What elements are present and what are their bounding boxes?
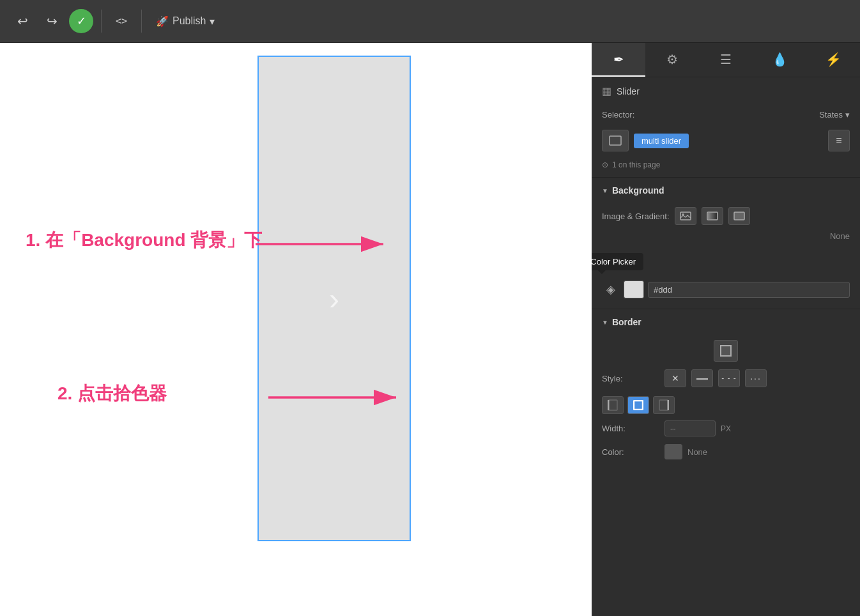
svg-rect-7 (734, 212, 744, 220)
publish-chevron-icon: ▾ (210, 15, 215, 27)
check-button[interactable]: ✓ (69, 9, 93, 33)
border-style-solid[interactable]: — (691, 369, 713, 387)
canvas-area: 1. 在「Background 背景」下 2. 点击拾色器 (0, 43, 592, 616)
border-sides-row (592, 392, 860, 418)
border-section: ▼ Border Style: ✕ (592, 309, 860, 470)
svg-rect-9 (608, 400, 617, 410)
slide-arrow-icon: › (329, 281, 339, 316)
border-collapse-triangle-icon: ▼ (602, 319, 608, 326)
border-left-button[interactable] (602, 396, 624, 414)
states-label: States (819, 110, 843, 119)
undo-button[interactable]: ↩ (10, 9, 35, 33)
svg-rect-6 (708, 213, 717, 219)
svg-rect-8 (721, 346, 731, 356)
border-color-row: Color: None (592, 439, 860, 470)
arrow-2 (262, 385, 390, 413)
instances-row: ⊙ 1 on this page (592, 157, 860, 178)
color-input[interactable] (648, 282, 850, 298)
layout-tab-icon: ☰ (720, 52, 732, 67)
divider-2 (141, 10, 142, 33)
border-style-none[interactable]: ✕ (664, 369, 686, 387)
border-width-row: Width: PX (592, 418, 860, 439)
svg-rect-2 (610, 136, 621, 145)
border-style-row: Style: ✕ — - - - ··· (592, 364, 860, 392)
element-icon-button[interactable] (602, 130, 629, 151)
border-width-input[interactable] (664, 420, 716, 436)
background-label: Background (612, 185, 664, 196)
style-label: Style: (602, 374, 659, 383)
border-style-dashed[interactable]: - - - (718, 369, 740, 387)
image-gradient-row: Image & Gradient: (592, 203, 860, 229)
border-label: Border (612, 317, 641, 327)
border-color-none: None (687, 447, 707, 457)
interactions-tab-icon: ⚡ (825, 52, 841, 67)
instances-count: 1 on this page (612, 160, 660, 169)
selector-chip[interactable]: multi slider (634, 134, 689, 148)
border-collapse[interactable]: ▼ Border (592, 309, 860, 335)
panel-content: ▦ Slider Selector: States ▾ multi slider (592, 77, 860, 616)
background-section: ▼ Background Image & Gradient: (592, 178, 860, 304)
gradient-button[interactable] (702, 207, 723, 225)
tab-effects[interactable]: 💧 (753, 43, 806, 77)
states-chevron-icon: ▾ (845, 110, 850, 119)
panel-tabs: ✒ ⚙ ☰ 💧 ⚡ (592, 43, 860, 77)
tab-settings[interactable]: ⚙ (645, 43, 699, 77)
color-swatch-button[interactable] (624, 281, 644, 298)
rocket-icon: 🚀 (156, 15, 169, 27)
tab-style[interactable]: ✒ (592, 43, 645, 77)
solid-button[interactable] (728, 207, 750, 225)
selector-list-button[interactable]: ≡ (828, 130, 850, 151)
right-panel: ✒ ⚙ ☰ 💧 ⚡ ▦ Slider Selector (592, 43, 860, 616)
tab-interactions[interactable]: ⚡ (806, 43, 860, 77)
instruction-1: 1. 在「Background 背景」下 (26, 228, 262, 252)
border-style-dotted[interactable]: ··· (745, 369, 767, 387)
none-label: None (592, 229, 860, 242)
background-collapse[interactable]: ▼ Background (592, 178, 860, 203)
main-area: 1. 在「Background 背景」下 2. 点击拾色器 (0, 43, 860, 616)
px-label: PX (721, 424, 731, 433)
border-all-button[interactable] (714, 340, 738, 362)
border-dashed-icon: - - - (721, 374, 737, 383)
selector-controls: multi slider ≡ (592, 125, 860, 157)
border-solid-icon: — (696, 373, 708, 384)
slider-icon: ▦ (602, 85, 611, 97)
states-button[interactable]: States ▾ (819, 110, 850, 119)
canvas-frame: › (257, 56, 411, 541)
color-row: ◈ (592, 275, 860, 304)
publish-button[interactable]: 🚀 Publish ▾ (150, 12, 221, 31)
toolbar: ↩ ↪ ✓ <> 🚀 Publish ▾ (0, 0, 860, 43)
tab-layout[interactable]: ☰ (699, 43, 753, 77)
image-button[interactable] (675, 207, 696, 225)
selector-label: Selector: (602, 110, 634, 119)
svg-rect-12 (659, 400, 668, 410)
component-header: ▦ Slider (592, 77, 860, 105)
component-name: Slider (617, 86, 640, 96)
publish-label: Publish (173, 15, 206, 27)
svg-rect-11 (634, 401, 643, 410)
instruction-2: 2. 点击拾色器 (58, 381, 167, 406)
style-tab-icon: ✒ (613, 52, 624, 67)
color-picker-tooltip: Open Color Picker (592, 253, 643, 270)
border-color-swatch[interactable] (664, 444, 682, 459)
border-dotted-icon: ··· (750, 373, 762, 383)
redo-button[interactable]: ↪ (40, 9, 64, 33)
color-border-label: Color: (602, 447, 659, 457)
code-button[interactable]: <> (109, 9, 134, 33)
selector-row: Selector: States ▾ (592, 105, 860, 125)
settings-tab-icon: ⚙ (666, 52, 678, 67)
instances-icon: ⊙ (602, 160, 608, 169)
fill-icon: ◈ (602, 281, 620, 298)
list-icon: ≡ (836, 135, 841, 146)
image-gradient-label: Image & Gradient: (602, 212, 670, 221)
effects-tab-icon: 💧 (772, 52, 788, 67)
width-label: Width: (602, 424, 659, 433)
arrow-1 (249, 231, 377, 259)
border-none-icon: ✕ (672, 373, 679, 383)
divider-1 (101, 10, 102, 33)
border-right-button[interactable] (653, 396, 675, 414)
border-all-sides-button[interactable] (627, 396, 649, 414)
svg-point-4 (682, 213, 684, 215)
collapse-triangle-icon: ▼ (602, 187, 608, 194)
